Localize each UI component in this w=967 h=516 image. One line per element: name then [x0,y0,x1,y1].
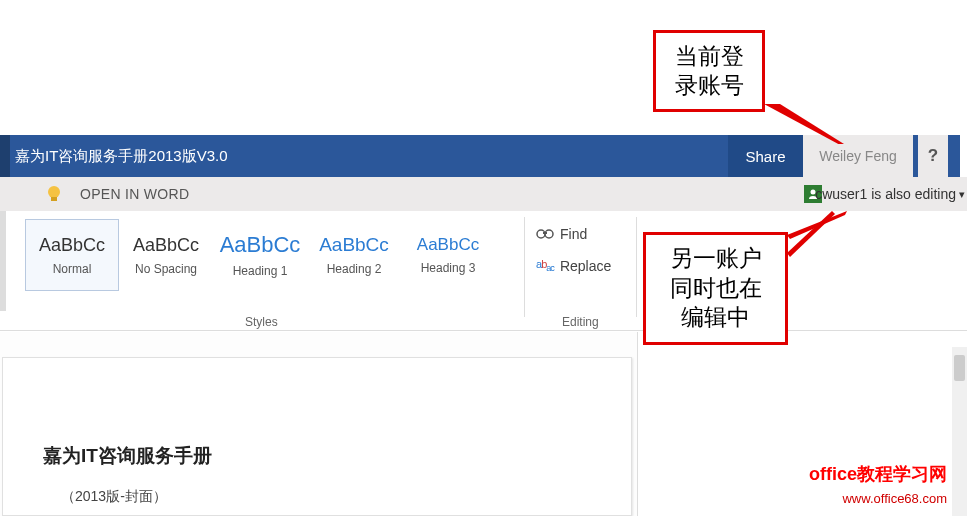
doc-subtext: （2013版-封面） [61,488,167,506]
dropdown-icon[interactable]: ▾ [959,188,965,201]
style-preview: AaBbCc [220,232,301,258]
binoculars-icon [536,225,554,242]
style-heading-3[interactable]: AaBbCc Heading 3 [401,219,495,291]
doc-heading-text: 嘉为IT咨询服务手册 [43,443,212,469]
svg-point-1 [48,186,60,198]
styles-group-caption: Styles [245,315,278,329]
help-icon: ? [928,146,938,166]
editing-group: Find abac Replace [536,225,611,290]
svg-rect-2 [51,197,57,201]
user-label: Weiley Feng [819,148,897,164]
replace-button[interactable]: abac Replace [536,258,611,274]
replace-label: Replace [560,258,611,274]
document-canvas[interactable]: 嘉为IT咨询服务手册 （2013版-封面） [0,332,637,516]
editing-group-caption: Editing [562,315,599,329]
svg-rect-6 [543,232,547,234]
style-preview: AaBbCc [417,235,479,255]
watermark-title: office教程学习网 [809,462,947,486]
replace-icon: abac [536,258,554,273]
document-page[interactable]: 嘉为IT咨询服务手册 （2013版-封面） [2,357,632,516]
styles-gallery: AaBbCc Normal AaBbCc No Spacing AaBbCc H… [25,219,495,291]
right-pane [638,332,967,516]
title-bar-accent [0,135,10,177]
style-label: Heading 2 [327,262,382,276]
style-preview: AaBbCc [319,234,389,256]
style-heading-2[interactable]: AaBbCc Heading 2 [307,219,401,291]
find-button[interactable]: Find [536,225,611,242]
callout-current-account: 当前登 录账号 [653,30,765,112]
watermark-url: www.office68.com [842,491,947,506]
callout-arrow-icon [787,211,847,281]
info-bar: OPEN IN WORD cwuser1 is also editing ▾ [0,177,967,211]
find-label: Find [560,226,587,242]
divider [524,217,525,317]
coauthor-status[interactable]: cwuser1 is also editing [815,186,956,202]
style-preview: AaBbCc [39,235,105,256]
open-in-word-link[interactable]: OPEN IN WORD [80,186,189,202]
callout-other-editor: 另一账户 同时也在 编辑中 [643,232,788,345]
style-heading-1[interactable]: AaBbCc Heading 1 [213,219,307,291]
callout-text: 另一账户 同时也在 编辑中 [670,244,762,334]
divider [636,217,637,317]
ribbon-edge [0,211,6,311]
callout-text: 当前登 录账号 [675,42,744,100]
style-normal[interactable]: AaBbCc Normal [25,219,119,291]
style-label: Heading 1 [233,264,288,278]
style-no-spacing[interactable]: AaBbCc No Spacing [119,219,213,291]
callout-arrow-icon [764,104,844,144]
share-label: Share [745,148,785,165]
style-label: Normal [53,262,92,276]
lightbulb-icon [46,185,62,203]
scrollbar-thumb[interactable] [954,355,965,381]
document-title: 嘉为IT咨询服务手册2013版V3.0 [15,147,228,166]
help-button[interactable]: ? [918,135,948,177]
style-label: Heading 3 [421,261,476,275]
style-label: No Spacing [135,262,197,276]
style-preview: AaBbCc [133,235,199,256]
scrollbar[interactable] [952,347,967,516]
svg-marker-0 [764,104,844,144]
